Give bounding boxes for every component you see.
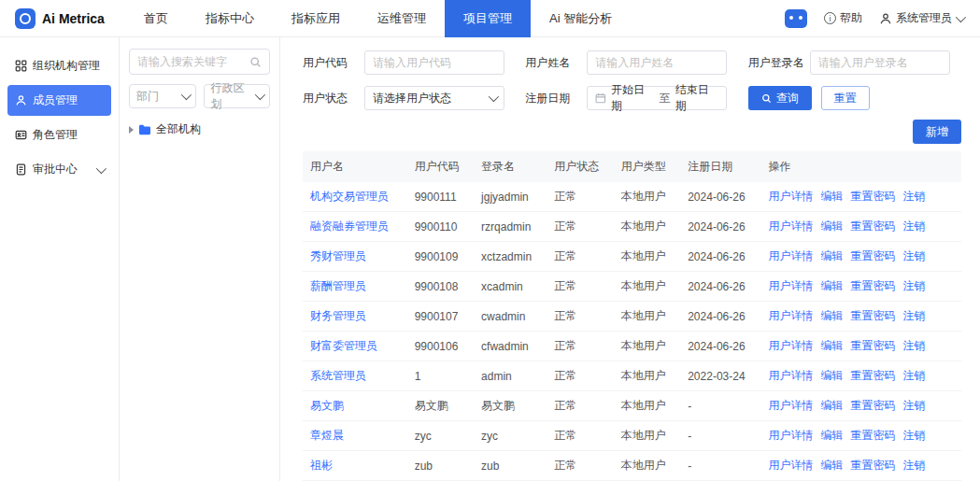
row-action-link[interactable]: 重置密码 xyxy=(851,459,896,472)
row-action-link[interactable]: 用户详情 xyxy=(769,219,814,233)
column-header: 注册日期 xyxy=(680,151,760,182)
row-action-link[interactable]: 编辑 xyxy=(821,399,844,412)
register-date-cell: 2024-06-26 xyxy=(680,272,760,302)
tree-caret-icon[interactable] xyxy=(129,126,134,134)
actions-cell: 用户详情编辑重置密码注销 xyxy=(761,332,961,361)
user-name-input[interactable] xyxy=(587,50,727,75)
user-name-cell[interactable]: 财富委管理员 xyxy=(303,332,407,361)
row-action-link[interactable]: 用户详情 xyxy=(769,309,814,322)
top-nav-item[interactable]: 项目管理 xyxy=(445,0,531,37)
row-action-link[interactable]: 编辑 xyxy=(821,309,844,322)
row-action-link[interactable]: 重置密码 xyxy=(851,309,896,322)
user-type-cell: 本地用户 xyxy=(614,272,680,302)
org-search-box xyxy=(129,49,270,75)
row-action-link[interactable]: 编辑 xyxy=(821,219,844,233)
topbar: Ai Metrica 首页指标中心指标应用运维管理项目管理Ai 智能分析 i 帮… xyxy=(0,0,980,37)
login-name-cell: admin xyxy=(474,361,547,391)
row-action-link[interactable]: 编辑 xyxy=(821,459,844,472)
row-action-link[interactable]: 注销 xyxy=(903,339,926,352)
user-name-cell[interactable]: 融资融券管理员 xyxy=(303,212,407,242)
row-action-link[interactable]: 用户详情 xyxy=(769,369,814,382)
brand[interactable]: Ai Metrica xyxy=(0,8,120,29)
row-action-link[interactable]: 注销 xyxy=(903,429,926,442)
ai-assistant-icon[interactable] xyxy=(785,9,807,28)
row-action-link[interactable]: 编辑 xyxy=(821,369,844,382)
org-grid-icon xyxy=(15,60,27,72)
row-action-link[interactable]: 重置密码 xyxy=(851,369,896,382)
row-action-link[interactable]: 注销 xyxy=(903,309,926,322)
row-action-link[interactable]: 注销 xyxy=(903,249,926,262)
row-action-link[interactable]: 编辑 xyxy=(821,279,844,292)
user-status-select[interactable]: 请选择用户状态 xyxy=(364,86,504,110)
add-button[interactable]: 新增 xyxy=(913,120,961,144)
user-name-cell[interactable]: 机构交易管理员 xyxy=(303,182,407,212)
region-select[interactable]: 行政区划 xyxy=(204,84,271,108)
search-icon[interactable] xyxy=(249,56,262,68)
help-button[interactable]: i 帮助 xyxy=(824,10,862,26)
sidebar-item-approval-center[interactable]: 审批中心 xyxy=(7,154,111,185)
row-action-link[interactable]: 编辑 xyxy=(821,249,844,262)
top-nav-item[interactable]: 首页 xyxy=(125,0,187,37)
login-name-input[interactable] xyxy=(810,50,950,75)
row-action-link[interactable]: 注销 xyxy=(903,369,926,382)
user-name-cell[interactable]: 系统管理员 xyxy=(303,361,407,391)
row-action-link[interactable]: 重置密码 xyxy=(851,339,896,352)
column-header: 用户代码 xyxy=(407,151,474,182)
user-name-cell[interactable]: 祖彬 xyxy=(303,451,407,481)
sidebar-item-org-management[interactable]: 组织机构管理 xyxy=(7,50,111,81)
row-action-link[interactable]: 重置密码 xyxy=(851,399,896,412)
row-action-link[interactable]: 用户详情 xyxy=(769,459,814,472)
row-action-link[interactable]: 注销 xyxy=(903,219,926,233)
org-search-input[interactable] xyxy=(137,55,244,68)
row-action-link[interactable]: 用户详情 xyxy=(769,399,814,412)
row-action-link[interactable]: 用户详情 xyxy=(769,279,814,292)
row-action-link[interactable]: 重置密码 xyxy=(851,429,896,442)
row-action-link[interactable]: 用户详情 xyxy=(769,339,814,352)
sidebar-item-member-management[interactable]: 成员管理 xyxy=(7,85,111,116)
row-action-link[interactable]: 重置密码 xyxy=(851,249,896,262)
top-nav-item[interactable]: 指标中心 xyxy=(187,0,273,37)
top-nav-item[interactable]: 运维管理 xyxy=(359,0,445,37)
department-select[interactable]: 部门 xyxy=(129,84,196,108)
user-code-field: 用户代码 xyxy=(303,50,516,75)
top-nav-item[interactable]: 指标应用 xyxy=(273,0,359,37)
row-action-link[interactable]: 编辑 xyxy=(821,429,844,442)
column-header: 操作 xyxy=(761,151,961,182)
row-action-link[interactable]: 注销 xyxy=(903,399,926,412)
login-name-label: 用户登录名 xyxy=(748,55,810,71)
reset-button[interactable]: 重置 xyxy=(821,86,870,110)
login-name-cell: rzrqadmin xyxy=(474,212,547,242)
row-action-link[interactable]: 注销 xyxy=(903,459,926,472)
row-action-link[interactable]: 用户详情 xyxy=(769,190,814,203)
user-menu[interactable]: 系统管理员 xyxy=(879,10,963,26)
register-date-range-picker[interactable]: 开始日期 至 结束日期 xyxy=(587,86,727,110)
row-action-link[interactable]: 注销 xyxy=(903,279,926,292)
table-header: 用户名用户代码登录名用户状态用户类型注册日期操作 xyxy=(303,151,961,182)
row-action-link[interactable]: 注销 xyxy=(903,190,926,203)
user-name-cell[interactable]: 薪酬管理员 xyxy=(303,272,407,302)
approval-doc-icon xyxy=(15,163,27,176)
user-code-input[interactable] xyxy=(364,50,504,75)
user-name-cell[interactable]: 财务管理员 xyxy=(303,302,407,332)
sidebar-item-role-management[interactable]: 角色管理 xyxy=(7,120,111,150)
org-tree-root-node[interactable]: 全部机构 xyxy=(129,121,270,137)
date-end-placeholder: 结束日期 xyxy=(675,82,719,114)
user-name-cell[interactable]: 易文鹏 xyxy=(303,391,407,421)
row-action-link[interactable]: 重置密码 xyxy=(851,279,896,292)
top-nav-item[interactable]: Ai 智能分析 xyxy=(531,0,631,37)
column-header: 用户状态 xyxy=(547,151,613,182)
row-action-link[interactable]: 用户详情 xyxy=(769,249,814,262)
search-button[interactable]: 查询 xyxy=(748,86,812,110)
user-name-cell[interactable]: 秀财管理员 xyxy=(303,242,407,272)
actions-cell: 用户详情编辑重置密码注销 xyxy=(761,391,961,421)
user-name-cell[interactable]: 章煜晨 xyxy=(303,421,407,451)
row-action-link[interactable]: 编辑 xyxy=(821,190,844,203)
row-action-link[interactable]: 编辑 xyxy=(821,339,844,352)
row-action-link[interactable]: 用户详情 xyxy=(769,429,814,442)
register-date-cell: 2022-03-24 xyxy=(680,361,760,391)
user-status-cell: 正常 xyxy=(547,332,613,361)
row-action-link[interactable]: 重置密码 xyxy=(851,219,896,233)
org-filter-row: 部门 行政区划 xyxy=(129,84,270,108)
row-action-link[interactable]: 重置密码 xyxy=(851,190,896,203)
login-name-cell: cwadmin xyxy=(474,302,547,332)
